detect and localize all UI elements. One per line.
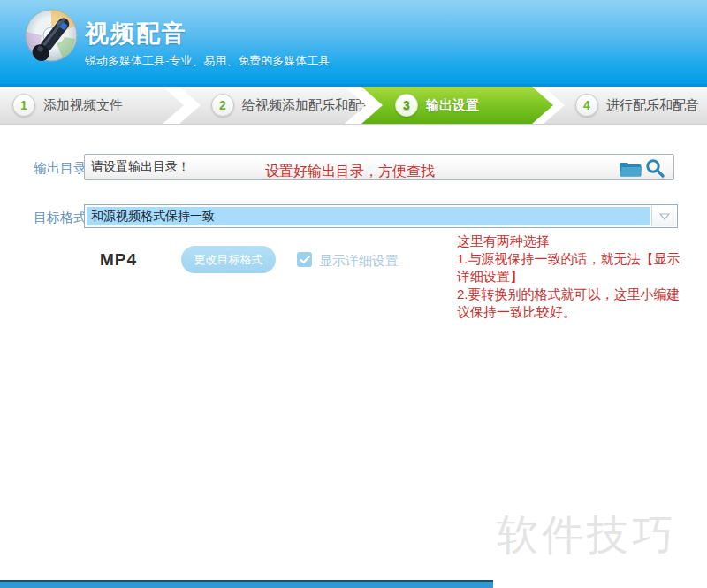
background-window-edge — [0, 580, 493, 588]
step-1-label: 添加视频文件 — [43, 97, 123, 114]
step-3-label: 输出设置 — [426, 97, 479, 114]
target-format-dropdown[interactable]: 和源视频格式保持一致 — [84, 204, 678, 228]
wizard-step-bar: 1 添加视频文件 2 给视频添加配乐和配音 3 输出设置 4 进行配乐和配音 — [0, 87, 707, 125]
target-format-label: 目标格式: — [34, 210, 90, 226]
change-target-format-button[interactable]: 更改目标格式 — [181, 246, 276, 273]
step-2-add-music-dub[interactable]: 2 给视频添加配乐和配音 — [179, 87, 378, 124]
dropdown-arrow-button[interactable] — [651, 206, 676, 226]
step-1-add-video-files[interactable]: 1 添加视频文件 — [0, 87, 196, 124]
step-2-label: 给视频添加配乐和配音 — [242, 97, 375, 114]
app-title: 视频配音 — [85, 18, 187, 50]
step-2-number-badge: 2 — [211, 94, 234, 117]
tutorial-annotation-note: 这里有两种选择 1.与源视保持一致的话，就无法【显示 详细设置】 2.要转换别的… — [457, 233, 706, 321]
show-detail-settings-checkbox[interactable] — [297, 252, 312, 267]
step-4-label: 进行配乐和配音 — [606, 97, 699, 114]
current-format-value: MP4 — [100, 250, 137, 270]
chevron-down-icon — [659, 213, 670, 220]
step-3-number-badge: 3 — [395, 94, 418, 117]
search-icon[interactable] — [644, 157, 665, 179]
step-4-run-music-dub[interactable]: 4 进行配乐和配音 — [544, 87, 707, 124]
output-directory-label: 输出目录: — [34, 160, 90, 177]
app-subtitle: 锐动多媒体工具-专业、易用、免费的多媒体工具 — [85, 53, 330, 69]
watermark-text: 软件技巧 — [497, 508, 677, 563]
step-4-number-badge: 4 — [575, 94, 598, 117]
step-3-output-settings-active[interactable]: 3 输出设置 — [361, 87, 566, 124]
cd-microphone-icon — [19, 7, 80, 76]
step-1-number-badge: 1 — [12, 94, 35, 117]
folder-icon[interactable] — [619, 159, 642, 178]
target-format-selected-option: 和源视频格式保持一致 — [87, 207, 650, 225]
app-header: 视频配音 锐动多媒体工具-专业、易用、免费的多媒体工具 — [0, 0, 707, 87]
show-detail-settings-label: 显示详细设置 — [319, 253, 399, 270]
checkmark-icon — [300, 256, 310, 264]
output-directory-input[interactable] — [84, 154, 674, 180]
output-directory-buttons — [619, 157, 665, 179]
